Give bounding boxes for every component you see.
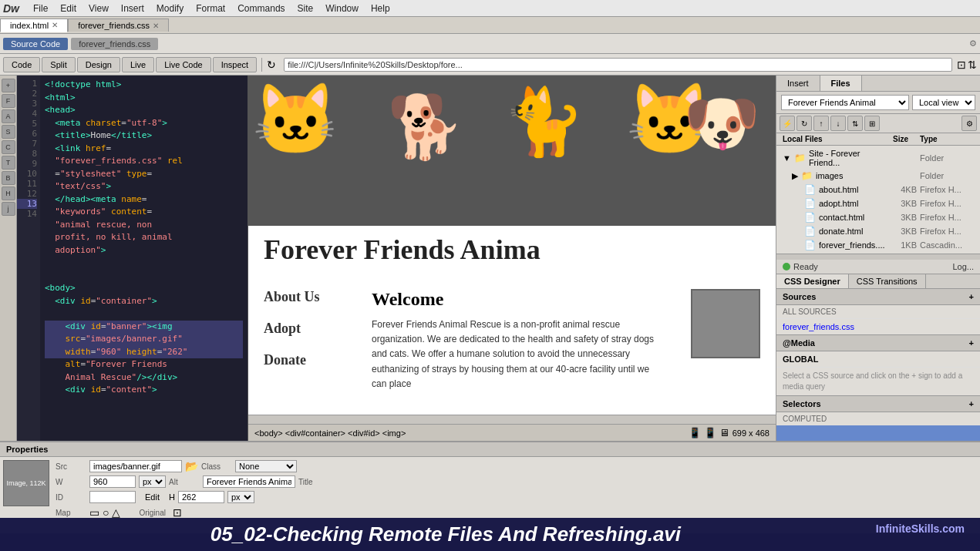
tab-css-close-icon[interactable]: ✕ — [153, 22, 159, 30]
desktop-icon[interactable]: 🖥 — [719, 427, 729, 438]
site-folder-icon: 📁 — [794, 153, 806, 163]
files-tab[interactable]: Files — [820, 76, 862, 91]
file-row-css[interactable]: 📄 forever_friends.... 1KB Cascadin... — [776, 238, 980, 252]
tab-index-html[interactable]: index.html ✕ — [0, 18, 68, 32]
media-section: @Media + GLOBAL Select a CSS source and … — [776, 334, 980, 395]
menu-site[interactable]: Site — [291, 2, 320, 15]
menu-modify[interactable]: Modify — [150, 2, 190, 15]
sources-add-icon[interactable]: + — [969, 292, 974, 301]
w-input[interactable] — [89, 475, 136, 488]
insert-icon[interactable]: + — [2, 79, 15, 92]
live-code-btn[interactable]: Live Code — [156, 57, 211, 72]
menu-bar: Dw File Edit View Insert Modify Format C… — [0, 0, 980, 17]
file-row-contact[interactable]: 📄 contact.html 3KB Firefox H... — [776, 210, 980, 224]
connect-icon[interactable]: ⚡ — [780, 116, 795, 131]
right-panel: Insert Files Forever Friends Animal Loca… — [776, 76, 980, 441]
prop-fields: Src 📂 Class None W px Alt Title ID — [56, 460, 977, 519]
url-bar[interactable] — [284, 58, 952, 72]
right-top-tabs: Insert Files — [776, 76, 980, 92]
poly-map-icon[interactable]: △ — [112, 506, 120, 519]
browse-src-icon[interactable]: 📂 — [185, 460, 198, 472]
ready-text: Ready — [793, 262, 818, 271]
file-row-site[interactable]: ▼ 📁 Site - Forever Friend... Folder — [776, 147, 980, 169]
donate-type: Firefox H... — [920, 227, 974, 236]
id-input[interactable] — [89, 491, 136, 503]
menu-commands[interactable]: Commands — [231, 2, 291, 15]
sync-icon[interactable]: ⇅ — [968, 59, 977, 71]
snippets-icon[interactable]: S — [2, 125, 15, 139]
selectors-add-icon[interactable]: + — [969, 399, 974, 408]
alt-input[interactable] — [203, 475, 295, 488]
menu-format[interactable]: Format — [190, 2, 231, 15]
nav-about[interactable]: About Us — [264, 289, 341, 305]
code-content[interactable]: 12345 67 8 9101112 13 14 <!doctype html>… — [17, 76, 248, 441]
behavior-icon[interactable]: B — [2, 171, 15, 185]
menu-window[interactable]: Window — [319, 2, 365, 15]
sync-icon[interactable]: ⇅ — [847, 116, 863, 131]
history-icon[interactable]: H — [2, 186, 15, 200]
source-file-link[interactable]: forever_friends.css — [776, 319, 980, 334]
nav-adopt[interactable]: Adopt — [264, 321, 341, 337]
tag-icon[interactable]: T — [2, 156, 15, 170]
w-unit-select[interactable]: px — [139, 475, 166, 488]
menu-insert[interactable]: Insert — [115, 2, 150, 15]
circle-map-icon[interactable]: ○ — [103, 506, 109, 519]
refresh-files-icon[interactable]: ↻ — [796, 116, 812, 131]
site-select[interactable]: Forever Friends Animal — [781, 95, 909, 110]
design-content[interactable]: 🐱 🐕 🐈 🐱 🐶 Forever Friends Anima About Us… — [248, 76, 776, 415]
jquery-icon[interactable]: j — [2, 202, 15, 216]
tab-css[interactable]: forever_friends.css ✕ — [68, 18, 169, 32]
site-main: Welcome Forever Friends Animal Rescue is… — [356, 274, 675, 407]
options-icon[interactable]: ⚙ — [969, 39, 977, 49]
css-transitions-tab[interactable]: CSS Transitions — [849, 274, 926, 288]
images-folder-icon: 📁 — [801, 170, 813, 181]
css-icon[interactable]: C — [2, 140, 15, 154]
menu-file[interactable]: File — [27, 2, 54, 15]
file-row-donate[interactable]: 📄 donate.html 3KB Firefox H... — [776, 224, 980, 238]
design-view-btn[interactable]: Design — [77, 57, 120, 72]
tablet-icon[interactable]: 📱 — [704, 427, 716, 438]
menu-view[interactable]: View — [83, 2, 115, 15]
css-designer-tab[interactable]: CSS Designer — [776, 274, 849, 288]
nav-donate[interactable]: Donate — [264, 352, 341, 368]
file-row-adopt[interactable]: 📄 adopt.html 3KB Firefox H... — [776, 197, 980, 210]
source-code-tab[interactable]: Source Code — [3, 38, 68, 50]
css-file-tab[interactable]: forever_friends.css — [71, 38, 158, 50]
menu-edit[interactable]: Edit — [54, 2, 83, 15]
file-row-about[interactable]: 📄 about.html 4KB Firefox H... — [776, 183, 980, 197]
expand-icon[interactable]: ⊞ — [864, 116, 880, 131]
selectors-list[interactable] — [776, 425, 980, 441]
horizontal-scrollbar[interactable] — [248, 415, 776, 424]
rect-map-icon[interactable]: ▭ — [89, 506, 99, 519]
inspect-btn[interactable]: Inspect — [213, 57, 257, 72]
src-input[interactable] — [89, 460, 182, 472]
code-lines[interactable]: <!doctype html> <html> <head> <meta char… — [40, 76, 248, 441]
tab-index-close-icon[interactable]: ✕ — [52, 21, 58, 29]
file-scrollbar[interactable] — [776, 254, 980, 260]
css-file-name: forever_friends.... — [819, 240, 887, 250]
settings-icon[interactable]: ⚙ — [961, 116, 977, 131]
h-input[interactable] — [178, 491, 224, 503]
refresh-btn[interactable]: ⊡ — [957, 59, 966, 71]
mobile-icon[interactable]: 📱 — [689, 427, 701, 438]
assets-icon[interactable]: A — [2, 109, 15, 123]
code-view-btn[interactable]: Code — [3, 57, 40, 72]
live-view-btn[interactable]: Live — [122, 57, 154, 72]
site-nav: About Us Adopt Donate — [248, 274, 356, 407]
class-select[interactable]: None — [235, 460, 297, 472]
h-unit-select[interactable]: px — [227, 491, 254, 503]
original-icon[interactable]: ⊡ — [173, 506, 182, 519]
log-btn[interactable]: Log... — [952, 262, 974, 271]
files-icon[interactable]: F — [2, 94, 15, 108]
code-panel: 12345 67 8 9101112 13 14 <!doctype html>… — [17, 76, 248, 441]
file-row-images[interactable]: ▶ 📁 images Folder — [776, 169, 980, 183]
media-add-icon[interactable]: + — [969, 338, 974, 348]
upload-icon[interactable]: ↑ — [813, 116, 829, 131]
ready-indicator — [783, 263, 790, 270]
insert-tab[interactable]: Insert — [776, 76, 820, 91]
split-view-btn[interactable]: Split — [42, 57, 75, 72]
download-icon[interactable]: ↓ — [830, 116, 846, 131]
local-view-select[interactable]: Local view — [912, 95, 975, 110]
menu-help[interactable]: Help — [365, 2, 396, 15]
refresh-icon[interactable]: ↻ — [267, 59, 276, 71]
